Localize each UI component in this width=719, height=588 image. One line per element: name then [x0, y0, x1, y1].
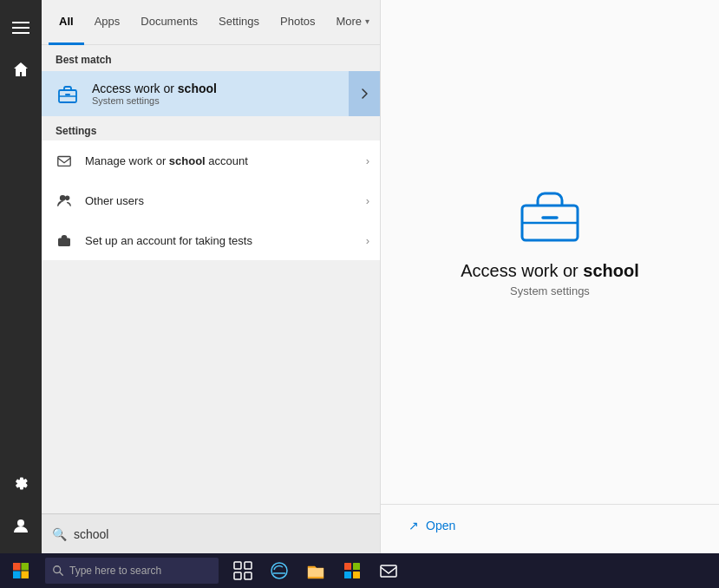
svg-point-9	[65, 196, 69, 200]
best-match-item[interactable]: Access work or school System settings	[42, 71, 380, 116]
settings-section-label: Settings	[42, 116, 380, 140]
chevron-right-icon-2: ›	[366, 194, 369, 207]
detail-bottom: ↗ Open	[381, 512, 469, 553]
svg-point-20	[271, 563, 287, 578]
email-icon	[52, 148, 76, 173]
svg-rect-23	[344, 572, 351, 578]
tabs-bar: All Apps Documents Settings Photos More …	[42, 0, 380, 45]
briefcase-small-icon	[52, 228, 76, 252]
setting-item-manage[interactable]: Manage work or school account ›	[42, 140, 380, 180]
svg-rect-21	[344, 563, 351, 570]
users-icon	[52, 188, 76, 212]
taskbar-mail[interactable]	[371, 553, 406, 588]
tab-all[interactable]: All	[49, 0, 84, 45]
search-input[interactable]	[74, 527, 369, 541]
taskbar-store[interactable]	[335, 553, 369, 588]
search-bar: 🔍	[42, 513, 380, 553]
svg-rect-2	[12, 32, 29, 34]
sidebar-item-menu[interactable]	[0, 7, 42, 49]
setting-item-other-users[interactable]: Other users ›	[42, 180, 380, 220]
sidebar-item-user[interactable]	[0, 505, 42, 546]
best-match-title: Access work or school	[92, 82, 369, 95]
tab-photos[interactable]: Photos	[270, 0, 325, 45]
svg-point-3	[17, 519, 24, 526]
detail-open-button[interactable]: ↗ Open	[395, 512, 469, 539]
setting-manage-text: Manage work or school account	[85, 154, 366, 167]
sidebar-bottom	[0, 463, 42, 546]
detail-briefcase-icon	[515, 183, 585, 247]
chevron-down-icon: ▾	[365, 16, 369, 26]
svg-rect-16	[234, 562, 241, 569]
svg-rect-25	[381, 565, 396, 577]
taskbar-file-explorer[interactable]	[298, 553, 333, 588]
detail-subtitle: System settings	[510, 284, 590, 297]
taskbar-pinned-icons	[226, 553, 406, 588]
best-match-label: Best match	[42, 45, 380, 71]
detail-content: Access work or school System settings	[381, 0, 719, 497]
chevron-right-icon: ›	[366, 154, 369, 167]
best-match-subtitle: System settings	[92, 95, 369, 106]
chevron-right-icon-3: ›	[366, 234, 369, 247]
svg-rect-18	[234, 572, 241, 579]
sidebar-item-settings[interactable]	[0, 463, 42, 505]
tab-more[interactable]: More ▾	[325, 0, 380, 45]
taskbar-task-view[interactable]	[226, 553, 260, 588]
tab-apps[interactable]: Apps	[84, 0, 131, 45]
svg-line-15	[60, 572, 63, 576]
svg-rect-24	[353, 572, 360, 578]
start-button[interactable]	[0, 553, 42, 588]
search-icon: 🔍	[52, 527, 67, 541]
start-menu: All Apps Documents Settings Photos More …	[0, 0, 719, 553]
open-external-icon: ↗	[409, 519, 419, 532]
svg-point-8	[61, 196, 65, 200]
sidebar	[0, 0, 42, 553]
detail-divider	[381, 504, 719, 505]
setting-other-users-text: Other users	[85, 194, 366, 207]
briefcase-icon	[52, 78, 83, 109]
svg-rect-10	[59, 238, 70, 245]
svg-rect-19	[245, 572, 252, 579]
tab-settings[interactable]: Settings	[208, 0, 270, 45]
svg-rect-1	[12, 27, 29, 29]
setting-tests-text: Set up an account for taking tests	[85, 234, 366, 247]
setting-item-account-tests[interactable]: Set up an account for taking tests ›	[42, 220, 380, 260]
detail-title: Access work or school	[461, 261, 639, 281]
svg-rect-17	[245, 562, 252, 569]
sidebar-item-home[interactable]	[0, 49, 42, 90]
taskbar-edge[interactable]	[262, 553, 297, 588]
taskbar: Type here to search	[0, 553, 719, 588]
search-results-panel: All Apps Documents Settings Photos More …	[42, 0, 380, 553]
best-match-text: Access work or school System settings	[92, 82, 369, 106]
taskbar-search-text: Type here to search	[69, 565, 161, 577]
detail-panel: Access work or school System settings ↗ …	[380, 0, 719, 553]
svg-rect-22	[353, 563, 360, 570]
svg-rect-0	[12, 22, 29, 23]
svg-rect-7	[58, 157, 70, 167]
taskbar-search[interactable]: Type here to search	[45, 558, 219, 584]
best-match-arrow-button[interactable]	[349, 71, 380, 116]
tab-documents[interactable]: Documents	[130, 0, 208, 45]
